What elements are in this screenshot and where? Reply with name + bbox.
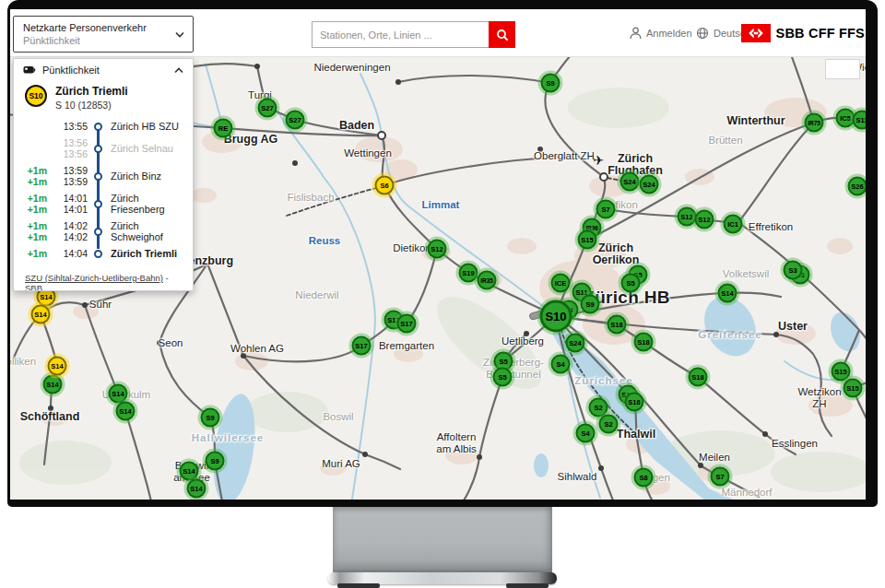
line-badge-s14[interactable]: S14 <box>180 462 199 481</box>
line-badge-s14[interactable]: S14 <box>31 305 51 324</box>
map-label-thalwil: Thalwil <box>617 429 655 441</box>
sbb-link[interactable]: SBB <box>25 283 42 291</box>
stop-row: 13:55Zürich HB SZU <box>14 118 193 135</box>
line-badge-s16[interactable]: S16 <box>625 393 644 412</box>
monitor-foot-left <box>337 583 380 588</box>
panel-footer: SZU (Sihltal-Zürich-Uetliberg-Bahn) - SB… <box>14 262 193 291</box>
screen: NiederweningenTurgiBadenBrugg AGWettinge… <box>10 9 866 500</box>
map-label-dietikon: Dietikon <box>393 242 431 254</box>
line-badge-s12[interactable]: S12 <box>695 210 714 229</box>
line-badge-s15[interactable]: S15 <box>578 230 597 250</box>
monitor-stand-neck <box>333 507 552 574</box>
station-marker <box>362 452 368 457</box>
line-badge-s15[interactable]: S15 <box>844 379 863 398</box>
map-label-uster: Uster <box>778 321 808 333</box>
map-label-z-rich-oerlikon: Zürich Oerlikon <box>593 242 640 266</box>
map-label-effretikon: Effretikon <box>749 221 793 233</box>
panel-header[interactable]: Pünktlichkeit <box>14 59 193 77</box>
panel-title: Pünktlichkeit <box>42 65 168 76</box>
line-badge-s18[interactable]: S18 <box>689 368 708 387</box>
line-badge-s7[interactable]: S7 <box>596 200 616 219</box>
line-badge-ic1[interactable]: IC1 <box>724 215 743 234</box>
login-button[interactable]: Anmelden <box>630 9 692 57</box>
line-badge-s9[interactable]: S9 <box>206 452 225 471</box>
layer-select-dropdown[interactable]: Netzkarte Personenverkehr Pünktlichkeit <box>13 16 194 53</box>
search-input[interactable] <box>312 21 489 48</box>
search-button[interactable] <box>489 21 515 48</box>
line-badge-s24[interactable]: S24 <box>640 175 659 194</box>
monitor-foot-right <box>506 583 549 588</box>
stop-name: Zürich Selnau <box>111 143 173 154</box>
line-badge-s9[interactable]: S9 <box>541 74 560 93</box>
line-badge-s17[interactable]: S17 <box>397 314 417 334</box>
line-badge-s12[interactable]: S12 <box>678 207 697 227</box>
line-badge-s14[interactable]: S14 <box>48 357 67 376</box>
line-badge-s18[interactable]: S18 <box>608 315 627 335</box>
page: NiederweningenTurgiBadenBrugg AGWettinge… <box>0 0 885 588</box>
train-summary: S10 Zürich Triemli S 10 (12853) <box>14 77 193 112</box>
line-badge-s26[interactable]: S26 <box>848 177 867 196</box>
line-badge-s14[interactable]: S14 <box>187 479 206 499</box>
operator-link[interactable]: SZU (Sihltal-Zürich-Uetliberg-Bahn) <box>25 273 163 283</box>
station-marker <box>377 131 386 140</box>
line-badge-s19[interactable]: S19 <box>459 264 478 283</box>
map-label-meilen: Meilen <box>699 452 730 464</box>
stop-delay: +1m <box>21 231 47 242</box>
stop-delay: +1m <box>21 204 47 215</box>
line-badge-s14[interactable]: S14 <box>718 284 738 303</box>
line-badge-s14[interactable]: S14 <box>116 402 136 421</box>
line-badge-ice[interactable]: ICE <box>551 274 571 293</box>
map-label-wohlen-ag: Wohlen AG <box>230 343 284 355</box>
line-badge-s14[interactable]: S14 <box>43 375 63 394</box>
line-badge-s5[interactable]: S5 <box>493 368 513 387</box>
brand-wordmark: SBB CFF FFS <box>776 26 865 41</box>
line-badge-s24[interactable]: S24 <box>620 172 640 192</box>
stop-node-icon <box>94 172 102 181</box>
line-badge-s27[interactable]: S27 <box>286 111 305 130</box>
stop-time: 13:56 <box>51 137 88 148</box>
map-label-affoltern-am-albis: Affoltern am Albis <box>436 431 476 455</box>
stop-time: 14:01 <box>51 204 88 215</box>
selected-train-badge-s10[interactable]: S10 <box>540 300 572 333</box>
line-badge-s17[interactable]: S17 <box>352 336 372 356</box>
chevron-up-icon[interactable] <box>174 67 183 74</box>
map-label-wettingen: Wettingen <box>344 147 392 159</box>
line-badge-s14[interactable]: S14 <box>109 384 128 404</box>
map-label-sihlwald: Sihlwald <box>558 471 597 483</box>
chevron-down-icon <box>175 31 184 38</box>
line-badge-s2[interactable]: S2 <box>599 415 619 434</box>
line-badge-s4[interactable]: S4 <box>576 424 596 443</box>
line-badge-s24[interactable]: S24 <box>566 334 585 353</box>
line-badge-s4[interactable]: S4 <box>551 355 571 374</box>
map-label-suhr: Suhr <box>89 299 112 311</box>
line-badge-s15[interactable]: S15 <box>832 362 851 382</box>
map-label-muri-ag: Muri AG <box>322 458 360 470</box>
line-badge-s9[interactable]: S9 <box>201 408 220 428</box>
station-marker <box>82 302 88 308</box>
map-label-esslingen: Esslingen <box>772 438 818 450</box>
line-badge-ir75[interactable]: IR75 <box>805 113 824 133</box>
line-badge-s6[interactable]: S6 <box>375 176 395 195</box>
map-label-bremgarten: Bremgarten <box>379 340 434 352</box>
line-badge-s27[interactable]: S27 <box>258 99 277 118</box>
line-badge-ir35[interactable]: IR35 <box>478 271 497 290</box>
sbb-logo: SBB CFF FFS <box>741 9 866 57</box>
stop-time: 13:55 <box>51 121 88 132</box>
map-control-box[interactable] <box>825 59 860 79</box>
map-label-m-nnedorf: Männedorf <box>722 487 773 499</box>
line-badge-s8[interactable]: S8 <box>634 468 654 488</box>
line-badge-s5[interactable]: S5 <box>621 274 641 293</box>
map-label-br-tten: Brütten <box>708 135 742 147</box>
line-badge-s11[interactable]: S11 <box>853 111 867 130</box>
line-badge-s12[interactable]: S12 <box>428 240 447 259</box>
line-badge-s18[interactable]: S18 <box>634 333 654 352</box>
stop-time: 13:59 <box>51 176 88 187</box>
map-label-uetliberg: Uetliberg <box>502 335 544 347</box>
station-marker <box>698 463 703 468</box>
map-label-greifensee: Greifensee <box>698 329 761 341</box>
line-badge-s3[interactable]: S3 <box>784 261 803 280</box>
sbb-arrows-icon <box>741 24 771 42</box>
line-badge-s9[interactable]: S9 <box>581 295 600 314</box>
line-badge-re[interactable]: RE <box>214 119 233 138</box>
line-badge-s7[interactable]: S7 <box>711 467 730 487</box>
